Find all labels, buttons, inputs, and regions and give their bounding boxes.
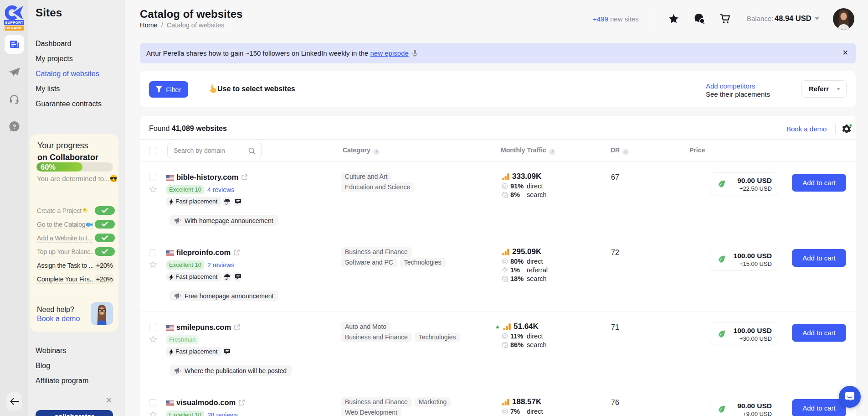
- svg-text:?: ?: [12, 123, 16, 130]
